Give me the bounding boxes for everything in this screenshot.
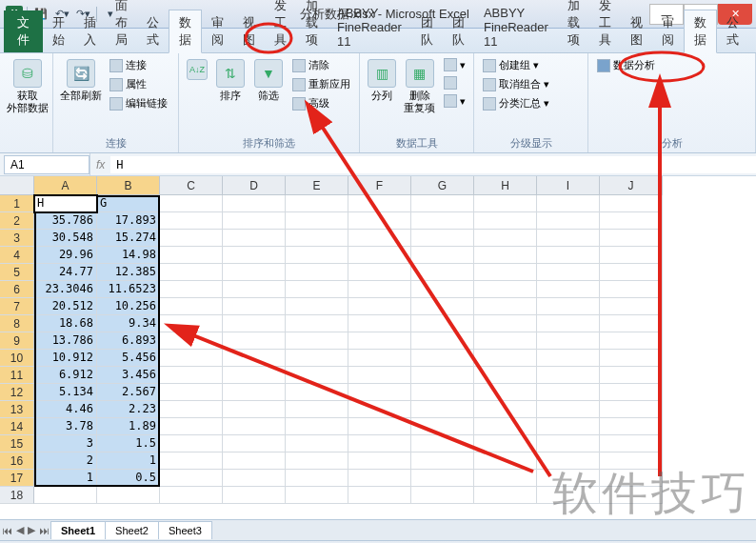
cell[interactable] xyxy=(348,332,411,350)
cell[interactable] xyxy=(600,264,663,281)
column-header[interactable]: H xyxy=(474,176,537,195)
sheet-nav-first-icon[interactable]: ⏮ xyxy=(0,525,14,536)
cell[interactable] xyxy=(474,332,537,350)
row-header[interactable]: 13 xyxy=(0,401,34,418)
cell[interactable] xyxy=(348,350,411,367)
cell[interactable] xyxy=(160,212,223,230)
outline-item[interactable]: 创建组 ▾ xyxy=(480,57,552,73)
cell[interactable]: 11.6523 xyxy=(97,281,160,298)
cell[interactable]: 20.512 xyxy=(34,298,97,315)
cell[interactable] xyxy=(600,195,663,212)
cell[interactable] xyxy=(474,281,537,298)
cell[interactable] xyxy=(348,470,411,487)
refresh-all-button[interactable]: 🔄全部刷新 xyxy=(59,57,103,104)
cell[interactable]: 1.5 xyxy=(97,435,160,452)
cell[interactable] xyxy=(411,418,474,435)
cell[interactable] xyxy=(223,435,286,452)
cell[interactable] xyxy=(286,418,348,435)
cell[interactable] xyxy=(474,401,537,418)
cell[interactable] xyxy=(600,315,663,332)
cell[interactable] xyxy=(286,315,348,332)
cell[interactable] xyxy=(474,435,537,452)
cell[interactable] xyxy=(286,435,348,452)
cell[interactable] xyxy=(286,384,348,401)
cell[interactable] xyxy=(537,332,600,350)
cell[interactable] xyxy=(160,195,223,212)
cell[interactable]: 35.786 xyxy=(34,212,97,230)
cell[interactable] xyxy=(600,367,663,384)
cell[interactable]: 29.96 xyxy=(34,247,97,264)
cell[interactable] xyxy=(223,470,286,487)
cell[interactable]: 14.98 xyxy=(97,247,160,264)
cell[interactable] xyxy=(223,281,286,298)
cell[interactable] xyxy=(600,212,663,230)
data-validation-button[interactable]: ▾ xyxy=(441,57,468,72)
remove-duplicates-button[interactable]: ▦删除 重复项 xyxy=(402,57,437,116)
cell[interactable] xyxy=(600,435,663,452)
row-header[interactable]: 18 xyxy=(0,487,34,504)
cell[interactable] xyxy=(160,487,223,504)
ribbon-tab[interactable]: 开始 xyxy=(43,10,74,52)
cell[interactable] xyxy=(474,367,537,384)
cell[interactable]: 2.23 xyxy=(97,401,160,418)
ribbon-tab[interactable]: ABBYY FineReader 11 xyxy=(328,2,411,52)
cell[interactable] xyxy=(223,487,286,504)
cell[interactable] xyxy=(286,247,348,264)
cell[interactable] xyxy=(34,487,97,504)
cell[interactable] xyxy=(600,384,663,401)
cell[interactable] xyxy=(411,452,474,470)
cell[interactable]: 17.893 xyxy=(97,212,160,230)
cell[interactable] xyxy=(474,384,537,401)
cell[interactable] xyxy=(600,401,663,418)
cell[interactable] xyxy=(474,298,537,315)
row-header[interactable]: 10 xyxy=(0,350,34,367)
cell[interactable] xyxy=(411,264,474,281)
text-to-columns-button[interactable]: ▥分列 xyxy=(366,57,398,104)
cell[interactable] xyxy=(348,212,411,230)
cell[interactable] xyxy=(411,435,474,452)
cell[interactable] xyxy=(286,281,348,298)
cell[interactable] xyxy=(474,195,537,212)
cell[interactable] xyxy=(223,350,286,367)
cell[interactable] xyxy=(160,470,223,487)
cell[interactable] xyxy=(223,401,286,418)
cell[interactable] xyxy=(160,332,223,350)
cell[interactable] xyxy=(223,367,286,384)
column-header[interactable]: F xyxy=(348,176,411,195)
cell[interactable]: 2.567 xyxy=(97,384,160,401)
filter-button[interactable]: ▼筛选 xyxy=(251,57,286,104)
name-box[interactable] xyxy=(4,155,90,174)
cell[interactable] xyxy=(160,298,223,315)
cell[interactable] xyxy=(286,470,348,487)
sort-button[interactable]: ⇅排序 xyxy=(213,57,248,104)
cell[interactable] xyxy=(537,315,600,332)
cell[interactable] xyxy=(160,230,223,247)
select-all-corner[interactable] xyxy=(0,176,34,195)
row-header[interactable]: 14 xyxy=(0,418,34,435)
cell[interactable] xyxy=(348,195,411,212)
row-header[interactable]: 11 xyxy=(0,367,34,384)
cell[interactable] xyxy=(160,350,223,367)
cell[interactable] xyxy=(223,230,286,247)
cell[interactable] xyxy=(160,247,223,264)
cell[interactable]: 23.3046 xyxy=(34,281,97,298)
outline-item[interactable]: 取消组合 ▾ xyxy=(480,76,552,92)
cell[interactable]: 13.786 xyxy=(34,332,97,350)
cell[interactable] xyxy=(223,332,286,350)
cell[interactable] xyxy=(286,212,348,230)
cell[interactable]: 2 xyxy=(34,452,97,470)
cell[interactable] xyxy=(160,264,223,281)
cell[interactable]: 12.385 xyxy=(97,264,160,281)
cell[interactable] xyxy=(160,281,223,298)
outline-item[interactable]: 分类汇总 ▾ xyxy=(480,95,552,111)
cell[interactable]: 1 xyxy=(97,452,160,470)
column-header[interactable]: G xyxy=(411,176,474,195)
cell[interactable]: 1 xyxy=(34,470,97,487)
ribbon-tab[interactable]: 页面布局 xyxy=(106,0,137,52)
column-header[interactable]: C xyxy=(160,176,223,195)
cell[interactable]: H xyxy=(34,195,97,212)
cell[interactable] xyxy=(537,264,600,281)
cell[interactable] xyxy=(286,332,348,350)
cell[interactable] xyxy=(348,418,411,435)
connection-item[interactable]: 编辑链接 xyxy=(107,95,170,111)
